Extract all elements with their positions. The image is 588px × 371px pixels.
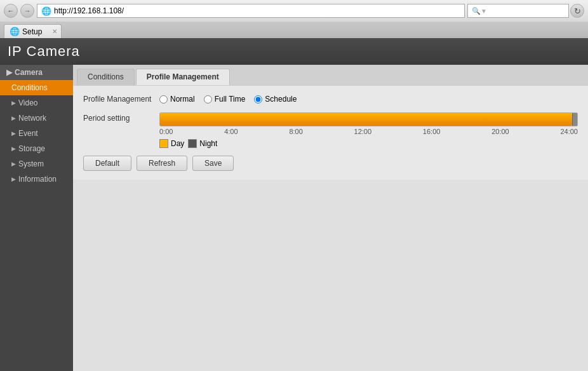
tick-2: 8:00 — [289, 128, 302, 135]
refresh-button[interactable]: Refresh — [137, 156, 187, 171]
tick-0: 0:00 — [159, 128, 173, 135]
forward-button[interactable]: → — [20, 4, 34, 18]
radio-normal[interactable]: Normal — [159, 95, 195, 104]
camera-arrow-icon: ▶ — [6, 68, 12, 77]
legend-row: Day Night — [159, 139, 578, 148]
tab-conditions-label: Conditions — [88, 72, 124, 81]
legend-night-color — [188, 139, 197, 148]
radio-schedule[interactable]: Schedule — [254, 95, 297, 104]
sidebar-item-conditions[interactable]: Conditions — [0, 80, 73, 95]
radio-fulltime-label: Full Time — [215, 95, 246, 104]
storage-arrow-icon: ▶ — [11, 145, 16, 152]
tab-content-profile-management: Profile Management Normal Full Time Sche… — [73, 86, 588, 180]
app-title-bold: IP — [8, 43, 22, 59]
radio-fulltime-input[interactable] — [204, 95, 212, 104]
radio-schedule-input[interactable] — [254, 95, 262, 104]
radio-normal-label: Normal — [170, 95, 195, 104]
storage-label: Storage — [18, 144, 45, 153]
sidebar-item-event[interactable]: ▶ Event — [0, 126, 73, 141]
search-area: 🔍 ▼ ↻ — [467, 4, 584, 18]
system-label: System — [18, 159, 44, 168]
event-arrow-icon: ▶ — [11, 130, 16, 137]
tab-conditions[interactable]: Conditions — [77, 69, 135, 85]
refresh-button[interactable]: ↻ — [570, 4, 584, 18]
sidebar-item-network[interactable]: ▶ Network — [0, 111, 73, 126]
profile-management-label: Profile Management — [83, 95, 159, 104]
video-label: Video — [18, 98, 37, 107]
address-input[interactable] — [54, 6, 460, 15]
event-label: Event — [18, 129, 38, 138]
main-layout: ▶ Camera Conditions ▶ Video ▶ Network ▶ … — [0, 65, 588, 371]
legend-day: Day — [159, 139, 184, 148]
browser-tab-bar: 🌐 Setup ✕ — [0, 22, 588, 38]
timeline-wrap: 0:00 4:00 8:00 12:00 16:00 20:00 24:00 D… — [159, 112, 578, 148]
app-header: IP Camera — [0, 38, 588, 65]
sidebar-item-storage[interactable]: ▶ Storage — [0, 141, 73, 156]
browser-chrome: ← → 🌐 🔍 ▼ ↻ 🌐 Setup ✕ — [0, 0, 588, 38]
sidebar-section-label: Camera — [15, 68, 43, 77]
period-setting-label: Period setting — [83, 112, 159, 123]
app-title-light: Camera — [22, 43, 79, 59]
sidebar-item-system[interactable]: ▶ System — [0, 156, 73, 172]
default-button[interactable]: Default — [83, 156, 131, 171]
timeline-ticks: 0:00 4:00 8:00 12:00 16:00 20:00 24:00 — [159, 128, 578, 135]
button-row: Default Refresh Save — [83, 156, 578, 171]
tick-3: 12:00 — [354, 128, 372, 135]
app-title: IP Camera — [8, 43, 80, 60]
timeline-handle[interactable] — [572, 113, 577, 126]
radio-group-profile: Normal Full Time Schedule — [159, 95, 297, 104]
address-bar: 🌐 — [37, 4, 465, 18]
tab-profile-management-label: Profile Management — [147, 72, 219, 81]
sidebar-section-camera: ▶ Camera — [0, 65, 73, 80]
conditions-label: Conditions — [11, 83, 48, 92]
profile-management-row: Profile Management Normal Full Time Sche… — [83, 95, 578, 104]
sidebar: ▶ Camera Conditions ▶ Video ▶ Network ▶ … — [0, 65, 73, 371]
search-sep: ▼ — [481, 8, 487, 15]
information-arrow-icon: ▶ — [11, 176, 16, 182]
legend-day-label: Day — [171, 139, 184, 148]
radio-schedule-label: Schedule — [265, 95, 297, 104]
legend-day-color — [159, 139, 168, 148]
tab-profile-management[interactable]: Profile Management — [136, 69, 230, 85]
browser-tab-label: Setup — [22, 27, 42, 36]
tick-4: 16:00 — [423, 128, 441, 135]
browser-tab-setup[interactable]: 🌐 Setup ✕ — [4, 24, 62, 38]
timeline-bar[interactable] — [159, 112, 578, 126]
radio-fulltime[interactable]: Full Time — [204, 95, 246, 104]
legend-night-label: Night — [199, 139, 217, 148]
period-setting-row: Period setting 0:00 4:00 8:00 12:00 16:0… — [83, 112, 578, 148]
tick-6: 24:00 — [560, 128, 578, 135]
back-button[interactable]: ← — [4, 4, 18, 18]
content-tab-bar: Conditions Profile Management — [73, 65, 588, 86]
search-box: 🔍 ▼ — [467, 4, 569, 18]
network-label: Network — [18, 114, 46, 123]
video-arrow-icon: ▶ — [11, 100, 16, 106]
tab-close-button[interactable]: ✕ — [52, 28, 57, 35]
sidebar-item-video[interactable]: ▶ Video — [0, 95, 73, 111]
browser-toolbar: ← → 🌐 🔍 ▼ ↻ — [0, 0, 588, 22]
tab-favicon: 🌐 — [10, 27, 20, 36]
tick-1: 4:00 — [224, 128, 237, 135]
timeline-fill — [160, 113, 572, 126]
radio-normal-input[interactable] — [159, 95, 168, 104]
save-button[interactable]: Save — [192, 156, 234, 171]
system-arrow-icon: ▶ — [11, 161, 16, 167]
globe-icon: 🌐 — [41, 6, 51, 16]
content-area: Conditions Profile Management Profile Ma… — [73, 65, 588, 371]
information-label: Information — [18, 175, 57, 184]
tick-5: 20:00 — [491, 128, 509, 135]
legend-night: Night — [188, 139, 217, 148]
sidebar-item-information[interactable]: ▶ Information — [0, 172, 73, 187]
search-icon: 🔍 — [472, 7, 481, 15]
network-arrow-icon: ▶ — [11, 115, 16, 121]
